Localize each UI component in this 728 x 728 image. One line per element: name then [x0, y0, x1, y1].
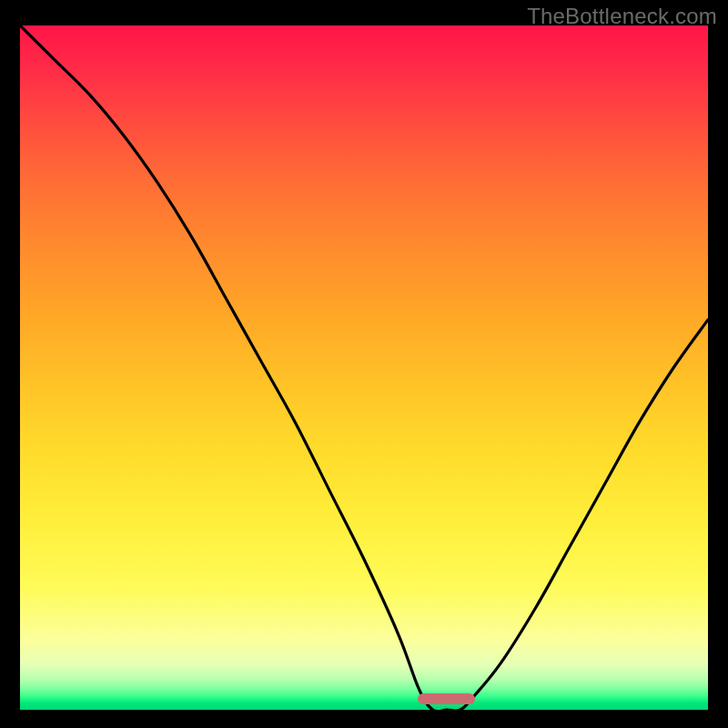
- plot-area: [20, 25, 708, 710]
- watermark-text: TheBottleneck.com: [527, 4, 717, 29]
- chart-frame: TheBottleneck.com: [0, 0, 728, 728]
- bottleneck-curve: [20, 25, 708, 710]
- optimal-range-marker: [418, 693, 475, 704]
